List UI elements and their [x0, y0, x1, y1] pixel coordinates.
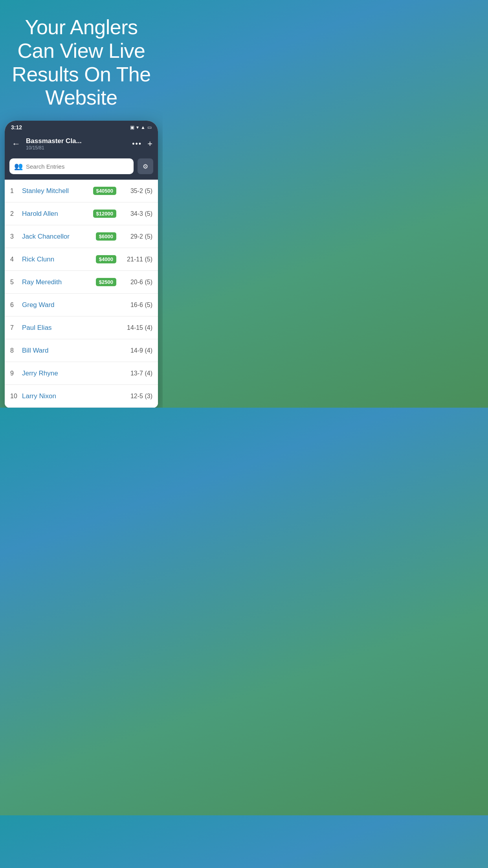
entry-prize: $12000	[93, 210, 116, 218]
header-title-block: Bassmaster Cla... 10/15/81	[26, 137, 128, 151]
wifi-icon: ▾	[136, 125, 139, 130]
entry-name: Jerry Rhyne	[20, 370, 121, 377]
tournament-date: 10/15/81	[26, 145, 128, 151]
entry-prize: $40500	[93, 187, 116, 195]
table-row[interactable]: 5Ray Meredith$250020-6 (5)	[5, 271, 158, 294]
entry-prize: $2500	[96, 278, 116, 286]
signal-icon: ▲	[141, 125, 145, 130]
tournament-name: Bassmaster Cla...	[26, 137, 128, 145]
entry-name: Greg Ward	[20, 301, 121, 309]
entry-score: 21-11 (5)	[121, 256, 152, 263]
entry-name: Jack Chancellor	[20, 233, 96, 241]
entry-rank: 2	[10, 210, 20, 217]
entry-rank: 5	[10, 279, 20, 286]
entry-score: 29-2 (5)	[121, 233, 152, 240]
entry-score: 13-7 (4)	[121, 370, 152, 377]
battery-icon: ▭	[147, 125, 152, 130]
more-button[interactable]: •••	[132, 140, 142, 148]
add-button[interactable]: +	[147, 139, 152, 149]
table-row[interactable]: 7Paul Elias14-15 (4)	[5, 316, 158, 339]
entry-rank: 1	[10, 188, 20, 195]
entry-prize: $4000	[96, 255, 116, 263]
entry-name: Bill Ward	[20, 347, 121, 355]
table-row[interactable]: 2Harold Allen$1200034-3 (5)	[5, 202, 158, 225]
entry-rank: 8	[10, 347, 20, 354]
entry-name: Rick Clunn	[20, 256, 96, 263]
entry-score: 16-6 (5)	[121, 302, 152, 309]
entry-rank: 3	[10, 233, 20, 240]
status-time: 3:12	[11, 124, 22, 131]
back-button[interactable]: ←	[10, 138, 22, 150]
entry-score: 34-3 (5)	[121, 210, 152, 217]
entry-rank: 10	[10, 393, 20, 400]
search-input[interactable]	[26, 163, 129, 170]
header-actions: ••• +	[132, 139, 152, 149]
table-row[interactable]: 8Bill Ward14-9 (4)	[5, 339, 158, 362]
entries-list: 1Stanley Mitchell$4050035-2 (5)2Harold A…	[5, 180, 158, 408]
people-icon: 👥	[14, 162, 23, 171]
entry-rank: 9	[10, 370, 20, 377]
search-wrapper: 👥	[9, 158, 134, 174]
entry-score: 35-2 (5)	[121, 188, 152, 195]
entry-rank: 4	[10, 256, 20, 263]
entry-score: 14-15 (4)	[121, 324, 152, 331]
entry-rank: 7	[10, 324, 20, 331]
status-bar: 3:12 ▣ ▾ ▲ ▭	[5, 121, 158, 133]
status-icons: ▣ ▾ ▲ ▭	[130, 125, 152, 130]
vibrate-icon: ▣	[130, 125, 134, 130]
entry-name: Larry Nixon	[20, 392, 121, 400]
entry-score: 14-9 (4)	[121, 347, 152, 354]
app-header: ← Bassmaster Cla... 10/15/81 ••• +	[5, 133, 158, 155]
entry-score: 20-6 (5)	[121, 279, 152, 286]
table-row[interactable]: 9Jerry Rhyne13-7 (4)	[5, 362, 158, 385]
entry-prize: $6000	[96, 232, 116, 241]
entry-name: Paul Elias	[20, 324, 121, 332]
table-row[interactable]: 3Jack Chancellor$600029-2 (5)	[5, 225, 158, 248]
entry-name: Ray Meredith	[20, 278, 96, 286]
hero-section: Your Anglers Can View Live Results On Th…	[0, 0, 163, 121]
table-row[interactable]: 4Rick Clunn$400021-11 (5)	[5, 248, 158, 271]
entry-score: 12-5 (3)	[121, 393, 152, 400]
hero-title: Your Anglers Can View Live Results On Th…	[9, 16, 153, 110]
filter-icon: ⚙	[143, 163, 148, 170]
entry-name: Harold Allen	[20, 210, 93, 218]
entry-rank: 6	[10, 302, 20, 309]
table-row[interactable]: 6Greg Ward16-6 (5)	[5, 294, 158, 316]
table-row[interactable]: 1Stanley Mitchell$4050035-2 (5)	[5, 180, 158, 202]
phone-mockup: 3:12 ▣ ▾ ▲ ▭ ← Bassmaster Cla... 10/15/8…	[5, 121, 158, 408]
table-row[interactable]: 10Larry Nixon12-5 (3)	[5, 385, 158, 408]
search-bar: 👥 ⚙	[5, 155, 158, 180]
entry-name: Stanley Mitchell	[20, 187, 93, 195]
filter-button[interactable]: ⚙	[138, 158, 153, 174]
